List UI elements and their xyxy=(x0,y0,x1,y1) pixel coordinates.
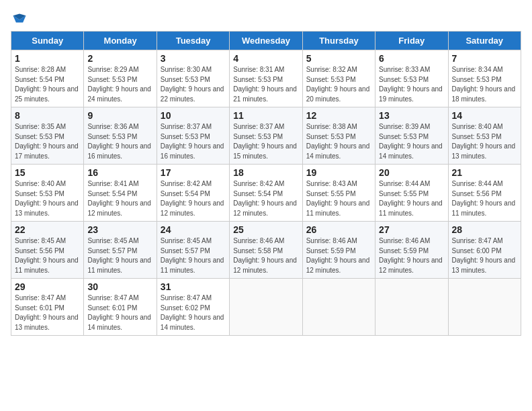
calendar-week-row: 15Sunrise: 8:40 AMSunset: 5:53 PMDayligh… xyxy=(11,165,521,222)
day-number: 29 xyxy=(15,281,80,292)
calendar-cell: 21Sunrise: 8:44 AMSunset: 5:56 PMDayligh… xyxy=(448,165,521,222)
day-number: 17 xyxy=(161,167,226,178)
day-info: Sunrise: 8:37 AMSunset: 5:53 PMDaylight:… xyxy=(233,123,297,160)
calendar-cell: 29Sunrise: 8:47 AMSunset: 6:01 PMDayligh… xyxy=(11,279,84,336)
calendar-week-row: 22Sunrise: 8:45 AMSunset: 5:56 PMDayligh… xyxy=(11,222,521,279)
calendar-week-row: 1Sunrise: 8:28 AMSunset: 5:54 PMDaylight… xyxy=(11,50,521,107)
day-info: Sunrise: 8:32 AMSunset: 5:53 PMDaylight:… xyxy=(306,66,370,103)
calendar-cell: 19Sunrise: 8:43 AMSunset: 5:55 PMDayligh… xyxy=(302,165,375,222)
calendar-cell: 11Sunrise: 8:37 AMSunset: 5:53 PMDayligh… xyxy=(230,107,302,165)
calendar-cell xyxy=(375,279,448,336)
day-number: 12 xyxy=(306,110,371,121)
day-info: Sunrise: 8:40 AMSunset: 5:53 PMDaylight:… xyxy=(15,180,79,217)
calendar-cell: 31Sunrise: 8:47 AMSunset: 6:02 PMDayligh… xyxy=(157,279,229,336)
day-number: 21 xyxy=(452,167,517,178)
day-number: 22 xyxy=(15,224,80,235)
day-info: Sunrise: 8:39 AMSunset: 5:53 PMDaylight:… xyxy=(379,123,443,160)
calendar-cell: 9Sunrise: 8:36 AMSunset: 5:53 PMDaylight… xyxy=(84,107,157,165)
day-info: Sunrise: 8:45 AMSunset: 5:57 PMDaylight:… xyxy=(161,237,224,274)
calendar-cell: 24Sunrise: 8:45 AMSunset: 5:57 PMDayligh… xyxy=(157,222,229,279)
calendar-cell: 4Sunrise: 8:31 AMSunset: 5:53 PMDaylight… xyxy=(230,50,302,107)
calendar-day-header: Saturday xyxy=(448,32,521,50)
day-info: Sunrise: 8:47 AMSunset: 6:02 PMDaylight:… xyxy=(161,294,224,331)
calendar-cell: 20Sunrise: 8:44 AMSunset: 5:55 PMDayligh… xyxy=(375,165,448,222)
calendar-body: 1Sunrise: 8:28 AMSunset: 5:54 PMDaylight… xyxy=(11,50,521,336)
day-info: Sunrise: 8:46 AMSunset: 5:59 PMDaylight:… xyxy=(379,237,443,274)
day-info: Sunrise: 8:29 AMSunset: 5:53 PMDaylight:… xyxy=(87,66,151,103)
day-number: 8 xyxy=(15,110,80,121)
calendar-cell: 23Sunrise: 8:45 AMSunset: 5:57 PMDayligh… xyxy=(84,222,157,279)
calendar-day-header: Monday xyxy=(84,32,157,50)
day-number: 13 xyxy=(379,110,444,121)
day-number: 20 xyxy=(379,167,444,178)
day-number: 6 xyxy=(379,53,444,64)
day-number: 28 xyxy=(452,224,517,235)
day-info: Sunrise: 8:42 AMSunset: 5:54 PMDaylight:… xyxy=(161,180,224,217)
day-info: Sunrise: 8:45 AMSunset: 5:57 PMDaylight:… xyxy=(87,237,151,274)
day-info: Sunrise: 8:37 AMSunset: 5:53 PMDaylight:… xyxy=(161,123,224,160)
calendar-day-header: Wednesday xyxy=(230,32,302,50)
calendar-cell: 13Sunrise: 8:39 AMSunset: 5:53 PMDayligh… xyxy=(375,107,448,165)
day-number: 16 xyxy=(87,167,152,178)
day-number: 5 xyxy=(306,53,371,64)
calendar-cell: 25Sunrise: 8:46 AMSunset: 5:58 PMDayligh… xyxy=(230,222,302,279)
calendar-cell: 17Sunrise: 8:42 AMSunset: 5:54 PMDayligh… xyxy=(157,165,229,222)
calendar-day-header: Friday xyxy=(375,32,448,50)
calendar-cell: 3Sunrise: 8:30 AMSunset: 5:53 PMDaylight… xyxy=(157,50,229,107)
calendar-header-row: SundayMondayTuesdayWednesdayThursdayFrid… xyxy=(11,32,521,50)
day-number: 19 xyxy=(306,167,371,178)
day-number: 23 xyxy=(87,224,152,235)
day-number: 14 xyxy=(452,110,517,121)
calendar-cell xyxy=(302,279,375,336)
day-number: 9 xyxy=(87,110,152,121)
calendar-day-header: Thursday xyxy=(302,32,375,50)
day-info: Sunrise: 8:47 AMSunset: 6:00 PMDaylight:… xyxy=(452,237,516,274)
calendar-day-header: Tuesday xyxy=(157,32,229,50)
day-info: Sunrise: 8:40 AMSunset: 5:53 PMDaylight:… xyxy=(452,123,516,160)
day-info: Sunrise: 8:34 AMSunset: 5:53 PMDaylight:… xyxy=(452,66,516,103)
calendar-cell: 10Sunrise: 8:37 AMSunset: 5:53 PMDayligh… xyxy=(157,107,229,165)
day-info: Sunrise: 8:38 AMSunset: 5:53 PMDaylight:… xyxy=(306,123,370,160)
calendar-cell: 8Sunrise: 8:35 AMSunset: 5:53 PMDaylight… xyxy=(11,107,84,165)
day-info: Sunrise: 8:44 AMSunset: 5:55 PMDaylight:… xyxy=(379,180,443,217)
day-info: Sunrise: 8:33 AMSunset: 5:53 PMDaylight:… xyxy=(379,66,443,103)
day-info: Sunrise: 8:41 AMSunset: 5:54 PMDaylight:… xyxy=(87,180,151,217)
calendar-cell: 18Sunrise: 8:42 AMSunset: 5:54 PMDayligh… xyxy=(230,165,302,222)
calendar-cell: 26Sunrise: 8:46 AMSunset: 5:59 PMDayligh… xyxy=(302,222,375,279)
calendar-cell: 15Sunrise: 8:40 AMSunset: 5:53 PMDayligh… xyxy=(11,165,84,222)
calendar-cell xyxy=(448,279,521,336)
day-number: 24 xyxy=(161,224,226,235)
calendar-week-row: 8Sunrise: 8:35 AMSunset: 5:53 PMDaylight… xyxy=(11,107,521,165)
day-number: 10 xyxy=(161,110,226,121)
day-info: Sunrise: 8:43 AMSunset: 5:55 PMDaylight:… xyxy=(306,180,370,217)
calendar-cell: 12Sunrise: 8:38 AMSunset: 5:53 PMDayligh… xyxy=(302,107,375,165)
day-info: Sunrise: 8:35 AMSunset: 5:53 PMDaylight:… xyxy=(15,123,79,160)
calendar-cell: 22Sunrise: 8:45 AMSunset: 5:56 PMDayligh… xyxy=(11,222,84,279)
calendar-cell: 27Sunrise: 8:46 AMSunset: 5:59 PMDayligh… xyxy=(375,222,448,279)
day-number: 18 xyxy=(233,167,298,178)
day-number: 11 xyxy=(233,110,298,121)
calendar-cell: 30Sunrise: 8:47 AMSunset: 6:01 PMDayligh… xyxy=(84,279,157,336)
day-info: Sunrise: 8:42 AMSunset: 5:54 PMDaylight:… xyxy=(233,180,297,217)
calendar-table: SundayMondayTuesdayWednesdayThursdayFrid… xyxy=(11,31,521,336)
day-info: Sunrise: 8:36 AMSunset: 5:53 PMDaylight:… xyxy=(87,123,151,160)
calendar-cell xyxy=(230,279,302,336)
calendar-cell: 6Sunrise: 8:33 AMSunset: 5:53 PMDaylight… xyxy=(375,50,448,107)
day-info: Sunrise: 8:46 AMSunset: 5:59 PMDaylight:… xyxy=(306,237,370,274)
day-info: Sunrise: 8:28 AMSunset: 5:54 PMDaylight:… xyxy=(15,66,79,103)
calendar-cell: 7Sunrise: 8:34 AMSunset: 5:53 PMDaylight… xyxy=(448,50,521,107)
day-info: Sunrise: 8:30 AMSunset: 5:53 PMDaylight:… xyxy=(161,66,224,103)
day-number: 3 xyxy=(161,53,226,64)
calendar-cell: 5Sunrise: 8:32 AMSunset: 5:53 PMDaylight… xyxy=(302,50,375,107)
day-info: Sunrise: 8:47 AMSunset: 6:01 PMDaylight:… xyxy=(15,294,79,331)
day-number: 25 xyxy=(233,224,298,235)
calendar-cell: 14Sunrise: 8:40 AMSunset: 5:53 PMDayligh… xyxy=(448,107,521,165)
day-info: Sunrise: 8:45 AMSunset: 5:56 PMDaylight:… xyxy=(15,237,79,274)
calendar-week-row: 29Sunrise: 8:47 AMSunset: 6:01 PMDayligh… xyxy=(11,279,521,336)
day-number: 27 xyxy=(379,224,444,235)
day-number: 2 xyxy=(87,53,152,64)
day-info: Sunrise: 8:46 AMSunset: 5:58 PMDaylight:… xyxy=(233,237,297,274)
calendar-day-header: Sunday xyxy=(11,32,84,50)
calendar-cell: 16Sunrise: 8:41 AMSunset: 5:54 PMDayligh… xyxy=(84,165,157,222)
day-number: 26 xyxy=(306,224,371,235)
